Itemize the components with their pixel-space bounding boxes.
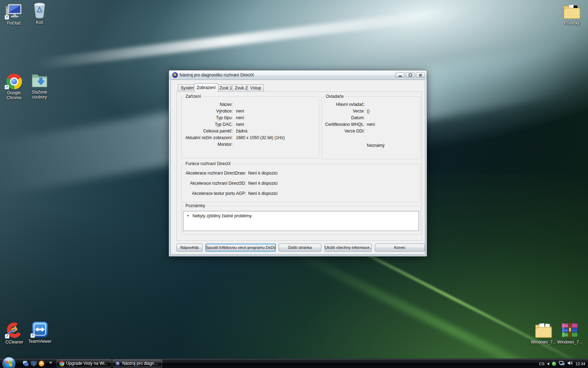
network-icon[interactable] (559, 361, 565, 367)
field-label: Akcelerace rozhraní DirectDraw: (183, 168, 246, 178)
media-player-icon[interactable] (38, 360, 45, 367)
svg-text:11: 11 (565, 329, 568, 332)
field-label: Výrobce: (182, 108, 233, 115)
taskbar: » Upgrade Visty na Wi... Nástroj pro dia… (0, 359, 588, 368)
taskbar-button-dxdiag[interactable]: Nástroj pro diagnos... (113, 360, 162, 367)
desktop: Počítač Koš Google Chrome Stažen (0, 0, 588, 368)
field-value (367, 128, 420, 135)
svg-text:11: 11 (565, 325, 568, 327)
field-label: Název: (182, 101, 233, 108)
field-label: Aktuální režim zobrazení: (182, 135, 233, 141)
field-value: Není k dispozici (248, 189, 420, 199)
dxdiag-icon (115, 361, 120, 366)
desktop-icon-label: TeamViewer (26, 339, 54, 344)
tab-input[interactable]: Vstup (247, 84, 264, 91)
field-label: Monitor: (182, 141, 233, 148)
help-button[interactable]: Nápověda (176, 244, 203, 252)
directx-features-groupbox: Funkce rozhraní DirectX Akcelerace rozhr… (181, 164, 421, 202)
notes-groupbox: Poznámky • Nebyly zjištěny žádné problém… (181, 206, 421, 235)
desktop-icon-windows7-folder[interactable]: Windows_7... (530, 321, 557, 345)
desktop-icon-label: Počítač (0, 21, 28, 26)
taskbar-clock[interactable]: 12:34 (575, 362, 585, 366)
window-titlebar[interactable]: Nástroj pro diagnostiku rozhraní DirectX (169, 70, 427, 80)
desktop-icon-ccleaner[interactable]: CCleaner (1, 321, 28, 345)
dxdiag-window: Nástroj pro diagnostiku rozhraní DirectX… (169, 70, 427, 257)
desktop-icon-recycle-bin[interactable]: Koš (26, 1, 53, 25)
features-fields: Akcelerace rozhraní DirectDraw:Není k di… (182, 164, 420, 199)
field-label: Verze: (323, 108, 365, 115)
show-desktop-icon[interactable] (30, 360, 37, 367)
wallpaper-green-streak (287, 246, 588, 368)
desktop-icon-windows7-archive[interactable]: 11 11 11 Windows_7... (556, 321, 583, 345)
save-all-info-button[interactable]: Uložit všechny informace... (324, 244, 372, 252)
field-label: Typ čipu: (182, 115, 233, 121)
field-value: žádná (236, 128, 317, 135)
svg-text:11: 11 (565, 334, 568, 336)
folder-icon (530, 321, 557, 339)
field-value: Není k dispozici (248, 168, 420, 178)
taskbar-button-chrome[interactable]: Upgrade Visty na Wi... (57, 360, 111, 367)
field-value: Není k dispozici (248, 178, 420, 189)
hidden-icons-arrow[interactable] (547, 362, 549, 365)
desktop-icon-google-chrome[interactable]: Google Chrome (0, 72, 28, 100)
shortcut-arrow-icon (5, 334, 9, 339)
window-client-area: Systém Zobrazení Zvuk 1 Zvuk 2 Vstup Zař… (170, 80, 425, 255)
desktop-icon-pisnicky[interactable]: Písničky (558, 2, 586, 26)
folder-icon (558, 2, 586, 20)
recycle-bin-icon (26, 1, 53, 19)
volume-icon[interactable] (567, 361, 573, 367)
desktop-icon-label: Windows_7... (556, 340, 583, 345)
desktop-icon-label: Google Chrome (0, 90, 28, 100)
taskbar-button-label: Nástroj pro diagnos... (122, 361, 160, 366)
field-label: Akcelerace rozhraní Direct3D: (183, 178, 246, 189)
maximize-button[interactable] (406, 72, 415, 77)
dxdiag-icon (172, 72, 178, 78)
desktop-icon-downloads[interactable]: Stažené soubory (26, 71, 53, 100)
desktop-icon-label: CCleaner (1, 340, 28, 345)
driver-status-value: Neznámý (367, 143, 385, 148)
desktop-icon-computer[interactable]: Počítač (0, 2, 28, 26)
shortcut-arrow-icon (30, 333, 35, 338)
system-tray: CS 12:34 (539, 359, 585, 368)
next-page-button[interactable]: Další stránka (279, 244, 321, 252)
device-fields: Název: Výrobce:není Typ čipu:není Typ DA… (182, 97, 319, 148)
winrar-archive-icon: 11 11 11 (556, 321, 583, 339)
language-indicator[interactable]: CS (539, 362, 544, 366)
field-label: Hlavní ovladač: (323, 101, 365, 108)
desktop-icon-label: Písničky (558, 21, 586, 26)
device-groupbox-title: Zařízení (184, 94, 202, 99)
desktop-icon-label: Koš (26, 20, 53, 25)
teamviewer-icon (26, 320, 54, 338)
note-text: Nebyly zjištěny žádné problémy. (192, 213, 252, 218)
minimize-button[interactable] (396, 72, 405, 77)
chrome-icon (59, 361, 64, 366)
exit-button[interactable]: Konec (375, 244, 425, 252)
field-label: Akcelerace textur portu AGP: (183, 189, 246, 199)
field-label: Certifikováno WHQL: (323, 121, 365, 128)
note-bullet: • (183, 213, 192, 218)
features-groupbox-title: Funkce rozhraní DirectX (184, 161, 232, 166)
shortcut-arrow-icon (5, 85, 9, 89)
field-value: není (236, 115, 317, 121)
run-64bit-dxdiag-button[interactable]: Spustit 64bitovou verzi programu DxDiag (205, 244, 276, 252)
device-groupbox: Zařízení Název: Výrobce:není Typ čipu:ne… (181, 96, 319, 158)
chrome-icon (0, 72, 28, 89)
field-value: není (236, 108, 317, 115)
drivers-fields: Hlavní ovladač: Verze:() Datum: Certifik… (322, 97, 420, 135)
note-line: • Nebyly zjištěny žádné problémy. (183, 213, 419, 218)
field-label: Verze DDI: (323, 128, 365, 135)
start-button[interactable] (2, 357, 15, 368)
quick-launch-overflow-chevron[interactable]: » (49, 360, 52, 365)
field-value: není (367, 121, 420, 128)
field-value (236, 141, 317, 148)
close-button[interactable] (416, 72, 425, 77)
field-value: není (236, 121, 317, 128)
switch-windows-icon[interactable] (22, 360, 29, 367)
notes-textarea[interactable]: • Nebyly zjištěny žádné problémy. (183, 211, 419, 231)
security-status-icon[interactable] (552, 362, 556, 366)
desktop-icon-label: Windows_7... (530, 340, 557, 345)
desktop-icon-teamviewer[interactable]: TeamViewer (26, 320, 54, 344)
field-value: 588 x 368 (32 bit) (1Hz) (236, 135, 317, 141)
tab-display[interactable]: Zobrazení (194, 83, 218, 92)
field-value (367, 115, 420, 121)
